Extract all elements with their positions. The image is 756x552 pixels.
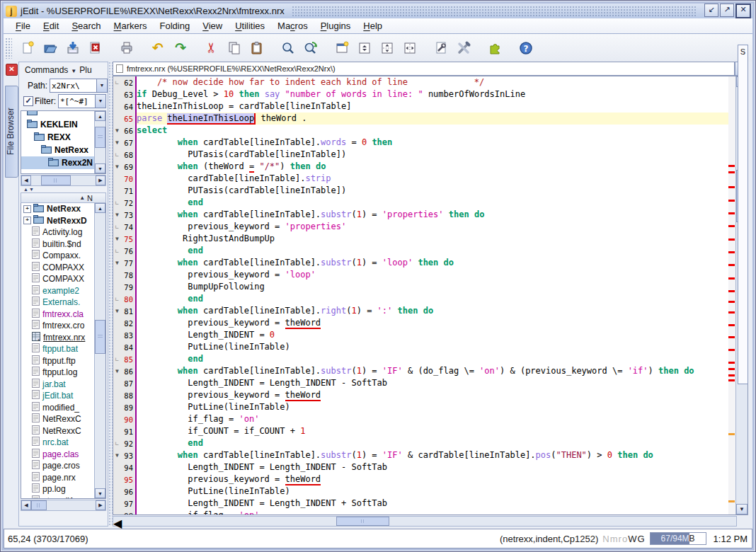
code-line-79[interactable]: BumpUpFollowing (137, 281, 728, 293)
scroll-up-arrow[interactable]: ▲ (95, 203, 105, 213)
file-list-horizontal-scrollbar[interactable]: ◀ ▶ (21, 500, 106, 511)
open-file-button[interactable] (40, 38, 61, 59)
gutter-row-76[interactable]: ∟76 (113, 245, 135, 257)
fold-collapse-icon[interactable]: ▼ (113, 163, 121, 170)
tree-item-rexx[interactable]: REXX (21, 131, 95, 144)
code-line-65[interactable]: parse theLineInThisLoop theWord . (137, 113, 728, 125)
gutter-row-71[interactable]: 71 (113, 185, 135, 197)
file-row-netrexxd[interactable]: +NetRexxD (21, 215, 105, 227)
code-line-62[interactable]: /* now decide how far to indent each kin… (137, 76, 728, 88)
plugin-manager-button[interactable] (484, 38, 505, 59)
scroll-left-arrow[interactable]: ◀ (21, 176, 31, 185)
gutter-row-73[interactable]: ▼73 (113, 209, 135, 221)
gutter-row-65[interactable]: 65 (113, 113, 135, 125)
status-flag-o[interactable]: o (622, 534, 628, 544)
scroll-right-arrow[interactable]: ▶ (96, 176, 105, 185)
menu-file[interactable]: File (9, 19, 37, 33)
scroll-right-arrow[interactable]: ▶ (96, 500, 105, 510)
gutter-row-68[interactable]: ∟68 (113, 149, 135, 161)
status-flags[interactable]: NmroWG (602, 534, 645, 544)
gutter-row-77[interactable]: ▼77 (113, 257, 135, 269)
paste-button[interactable] (246, 38, 268, 59)
code-line-64[interactable]: theLineInThisLoop = cardTable[lineInTabl… (137, 100, 728, 113)
gutter-row-84[interactable]: 84 (113, 341, 135, 353)
dock-close-button[interactable]: ✕ (6, 64, 18, 76)
code-line-78[interactable]: previous_keyword = 'loop' (137, 269, 728, 281)
scrollbar-thumb[interactable] (41, 176, 71, 185)
code-line-66[interactable]: select (137, 125, 728, 137)
status-flag-G[interactable]: G (637, 534, 645, 544)
maximize-button[interactable]: ↗ (720, 4, 734, 17)
file-row-ftpput.log[interactable]: ftpput.log (21, 367, 105, 379)
file-row-jar.bat[interactable]: jar.bat (21, 379, 105, 391)
file-row-compaxx.[interactable]: Compaxx. (21, 250, 105, 262)
plugins-menu-clipped[interactable]: Plu (79, 65, 91, 75)
code-line-90[interactable]: if_flag = 'on' (137, 413, 728, 425)
line-number-gutter[interactable]: ∟62636465▼66▼67∟68▼697071∟72▼73∟74▼75∟76… (113, 76, 137, 514)
tree-item-netrexx[interactable]: NetRexx (21, 144, 95, 156)
code-line-88[interactable]: previous_keyword = theWord (137, 389, 728, 401)
scroll-up-arrow[interactable]: ▲ (95, 111, 105, 121)
code-line-95[interactable]: previous_keyword = theWord (137, 473, 728, 485)
file-row-netrexxc[interactable]: NetRexxC (21, 413, 105, 425)
file-row-fmtrexx.cla[interactable]: fmtrexx.cla (21, 309, 105, 321)
status-flag-N[interactable]: N (602, 534, 609, 544)
scroll-down-arrow[interactable]: ▼ (95, 163, 105, 173)
file-list-vertical-scrollbar[interactable]: ▲ ▼ (94, 203, 105, 498)
path-combo[interactable]: x2Nrx\ ▼ (50, 79, 108, 93)
gutter-row-98[interactable]: 98 (113, 510, 135, 515)
buffer-switcher[interactable]: fmtrexx.nrx (%USERPROFILE%\REXX\NetRexx\… (113, 62, 748, 76)
gutter-row-91[interactable]: 91 (113, 425, 135, 437)
memory-gauge[interactable]: 67/94MB (650, 532, 706, 545)
chevron-down-icon[interactable]: ▼ (95, 95, 105, 108)
gutter-row-79[interactable]: 79 (113, 281, 135, 293)
gutter-row-81[interactable]: ▼81 (113, 305, 135, 317)
fold-collapse-icon[interactable]: ▼ (113, 260, 121, 266)
code-line-93[interactable]: when cardTable[lineInTable].substr(1) = … (137, 449, 728, 461)
menu-plugins[interactable]: Plugins (314, 19, 357, 33)
save-file-button[interactable] (62, 38, 84, 59)
code-line-84[interactable]: PutLine(lineInTable) (137, 341, 728, 353)
file-row-compaxx[interactable]: COMPAXX (21, 262, 105, 274)
gutter-row-93[interactable]: ▼93 (113, 449, 135, 461)
editor-horizontal-scrollbar[interactable]: ◀ ▶ (113, 516, 737, 527)
code-line-97[interactable]: Length_INDENT = Length_INDENT + SoftTab (137, 498, 728, 510)
fold-collapse-icon[interactable]: ▼ (113, 139, 121, 146)
gutter-row-96[interactable]: 96 (113, 485, 135, 498)
gutter-row-64[interactable]: 64 (113, 100, 135, 113)
tree-horizontal-scrollbar[interactable]: ◀ ▶ (21, 175, 106, 186)
gutter-row-82[interactable]: 82 (113, 317, 135, 329)
gutter-row-70[interactable]: 70 (113, 173, 135, 185)
tree-item-partial[interactable] (21, 110, 95, 118)
file-row-modified_[interactable]: modified_ (21, 402, 105, 414)
code-line-87[interactable]: Length_INDENT = Length_INDENT - SoftTab (137, 377, 728, 389)
gutter-row-94[interactable]: 94 (113, 461, 135, 473)
file-row-fmtrexx.nrx[interactable]: xfmtrexx.nrx (21, 332, 105, 344)
fold-collapse-icon[interactable]: ▼ (113, 236, 121, 242)
code-line-96[interactable]: PutLine(lineInTable) (137, 485, 728, 498)
code-line-74[interactable]: previous_keyword = 'properties' (137, 221, 728, 233)
code-line-86[interactable]: when cardTable[lineInTable].substr(1) = … (137, 365, 728, 377)
status-flag-m[interactable]: m (610, 534, 619, 544)
gutter-row-69[interactable]: ▼69 (113, 161, 135, 173)
code-line-68[interactable]: PUTasis(cardTable[lineInTable]) (137, 149, 728, 161)
gutter-row-66[interactable]: ▼66 (113, 125, 135, 137)
code-line-85[interactable]: end (137, 353, 728, 365)
gutter-row-74[interactable]: ∟74 (113, 221, 135, 233)
buffer-mode-info[interactable]: (netrexx,indent,Cp1252) (500, 534, 598, 544)
status-flag-W[interactable]: W (628, 534, 637, 544)
code-line-70[interactable]: cardTable[lineInTable].strip (137, 173, 728, 185)
gutter-row-97[interactable]: 97 (113, 498, 135, 510)
buffer-options-button[interactable] (430, 38, 452, 59)
scroll-left-arrow[interactable]: ◀ (21, 500, 31, 510)
fold-collapse-icon[interactable]: ▼ (113, 452, 121, 459)
menu-edit[interactable]: Edit (37, 19, 65, 33)
file-row-nrc.bat[interactable]: nrc.bat (21, 437, 105, 449)
file-row-builtin.$nd[interactable]: builtin.$nd (21, 238, 105, 251)
gutter-row-63[interactable]: 63 (113, 88, 135, 100)
gutter-row-62[interactable]: ∟62 (113, 76, 135, 88)
redo-button[interactable]: ↷ (170, 38, 191, 59)
code-line-80[interactable]: end (137, 293, 728, 305)
title-bar[interactable]: j jEdit - %USERPROFILE%\REXX\NetRexx\Rex… (4, 4, 752, 19)
code-text-area[interactable]: /* now decide how far to indent each kin… (137, 76, 728, 514)
